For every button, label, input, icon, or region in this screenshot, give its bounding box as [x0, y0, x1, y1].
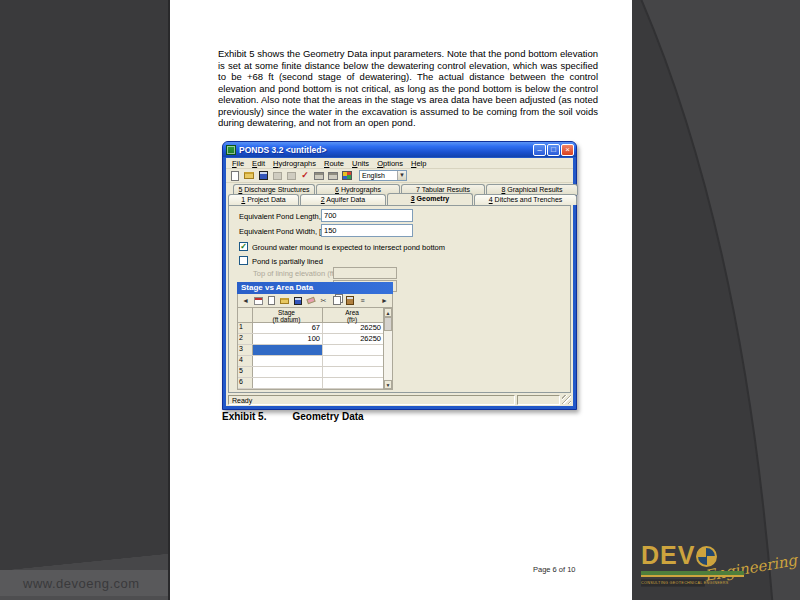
disabled-tool-icon [287, 172, 296, 180]
area-cell[interactable] [323, 345, 383, 355]
menubar: FileEditHydrographsRouteUnitsOptionsHelp [226, 158, 573, 169]
area-cell[interactable] [323, 378, 383, 388]
app-icon [226, 145, 236, 155]
menu-help[interactable]: Help [407, 159, 430, 168]
menu-file[interactable]: File [228, 159, 248, 168]
language-value: English [360, 172, 397, 179]
scroll-down-icon[interactable]: ▼ [384, 380, 392, 389]
eraser-icon [306, 297, 315, 304]
table-row: 16726250 [238, 323, 383, 334]
disabled-tool-button-2 [285, 170, 297, 181]
devo-logo-wordmark: DEV [641, 543, 717, 568]
table-row: 210026250 [238, 334, 383, 345]
exhibit-caption-title: Geometry Data [292, 411, 363, 422]
tab-project-data[interactable]: 1 Project Data [228, 194, 299, 205]
row-number-cell: 4 [238, 356, 253, 366]
row-number-cell: 5 [238, 367, 253, 377]
menu-units[interactable]: Units [348, 159, 373, 168]
save-button[interactable] [257, 170, 269, 181]
logo-gold-bar [641, 575, 744, 577]
next-record-button[interactable]: ► [379, 295, 390, 306]
chevron-down-icon[interactable]: ▼ [397, 171, 406, 180]
tab-ditches-and-trenches[interactable]: 4 Ditches and Trenches [474, 194, 577, 205]
table-header-row: Stage (ft datum) Area (ft²) [238, 308, 383, 323]
minimize-button[interactable]: – [533, 144, 546, 156]
disabled-tool-button-1 [271, 170, 283, 181]
grid-table-button[interactable] [253, 295, 264, 306]
grid-toolbar: ◄ ✂ ≡ ► [237, 294, 393, 308]
grid-save-button[interactable] [292, 295, 303, 306]
main-toolbar: ✓ English ▼ [226, 169, 573, 183]
table-row: 4 [238, 356, 383, 367]
stage-area-table: Stage (ft datum) Area (ft²) 167262502100… [237, 308, 393, 390]
table-body: 167262502100262503456 [238, 323, 383, 389]
grid-erase-button[interactable] [305, 295, 316, 306]
page-indicator: Page 6 of 10 [533, 565, 576, 574]
menu-hydrographs[interactable]: Hydrographs [269, 159, 320, 168]
stage-cell[interactable] [253, 345, 323, 355]
scroll-up-icon[interactable]: ▲ [384, 308, 392, 317]
menu-route[interactable]: Route [320, 159, 348, 168]
menu-edit[interactable]: Edit [248, 159, 269, 168]
partially-lined-checkbox[interactable] [239, 256, 248, 265]
prev-record-button[interactable]: ◄ [240, 295, 251, 306]
window-body: FileEditHydrographsRouteUnitsOptionsHelp… [226, 158, 573, 406]
printer-icon [314, 172, 324, 180]
area-cell[interactable]: 26250 [323, 323, 383, 333]
slide-paragraph: Exhibit 5 shows the Geometry Data input … [218, 48, 598, 129]
stage-cell[interactable] [253, 356, 323, 366]
stage-cell[interactable] [253, 367, 323, 377]
check-data-button[interactable]: ✓ [299, 170, 311, 181]
stage-cell[interactable]: 67 [253, 323, 323, 333]
partially-lined-label: Pond is partially lined [252, 257, 323, 266]
scrollbar-thumb[interactable] [384, 317, 392, 331]
area-cell[interactable]: 26250 [323, 334, 383, 344]
save-icon [259, 171, 268, 180]
menu-options[interactable]: Options [373, 159, 407, 168]
scrollbar-track[interactable] [384, 331, 392, 380]
tab-row-front: 1 Project Data2 Aquifer Data3 Geometry4 … [228, 194, 578, 205]
grid-new-button[interactable] [266, 295, 277, 306]
grid-copy-button[interactable] [331, 295, 342, 306]
stage-cell[interactable] [253, 378, 323, 388]
close-button[interactable]: × [561, 144, 574, 156]
save-icon [294, 297, 302, 305]
maximize-button[interactable]: □ [547, 144, 560, 156]
vertical-scrollbar[interactable]: ▲ ▼ [383, 308, 392, 389]
table-row: 6 [238, 378, 383, 389]
exhibit-caption-label: Exhibit 5. [222, 411, 266, 422]
grid-list-button[interactable]: ≡ [357, 295, 368, 306]
status-subpanel [517, 395, 560, 405]
print-preview-button[interactable] [327, 170, 339, 181]
open-folder-icon [280, 298, 289, 304]
logo-tagline: CONSULTING GEOTECHNICAL ENGINEERS [641, 579, 705, 586]
print-button[interactable] [313, 170, 325, 181]
ponds-window: PONDS 3.2 <untitled> – □ × FileEditHydro… [222, 141, 577, 410]
pond-width-input[interactable] [321, 224, 413, 237]
grid-open-button[interactable] [279, 295, 290, 306]
new-file-button[interactable] [229, 170, 241, 181]
groundwater-mound-label: Ground water mound is expected to inters… [252, 243, 445, 252]
chart-icon [342, 171, 352, 180]
window-titlebar[interactable]: PONDS 3.2 <untitled> – □ × [223, 142, 576, 157]
status-text: Ready [228, 395, 515, 405]
language-dropdown[interactable]: English ▼ [359, 170, 407, 181]
grid-cut-button[interactable]: ✂ [318, 295, 329, 306]
exhibit-caption: Exhibit 5.Geometry Data [222, 411, 364, 422]
stage-cell[interactable]: 100 [253, 334, 323, 344]
tab-aquifer-data[interactable]: 2 Aquifer Data [300, 194, 386, 205]
new-file-icon [268, 296, 275, 305]
groundwater-mound-checkbox[interactable]: ✓ [239, 242, 248, 251]
area-cell[interactable] [323, 356, 383, 366]
printer-preview-icon [328, 172, 338, 180]
table-row: 3 [238, 345, 383, 356]
chart-button[interactable] [341, 170, 353, 181]
resize-grip[interactable] [562, 395, 571, 404]
tab-geometry[interactable]: 3 Geometry [387, 193, 473, 205]
grid-paste-button[interactable] [344, 295, 355, 306]
devo-logo: DEV Engineering CONSULTING GEOTECHNICAL … [641, 543, 799, 593]
area-cell[interactable] [323, 367, 383, 377]
open-file-button[interactable] [243, 170, 255, 181]
geometry-panel: Equivalent Pond Length, [L] (ft) Equival… [228, 205, 571, 393]
pond-length-input[interactable] [321, 209, 413, 222]
